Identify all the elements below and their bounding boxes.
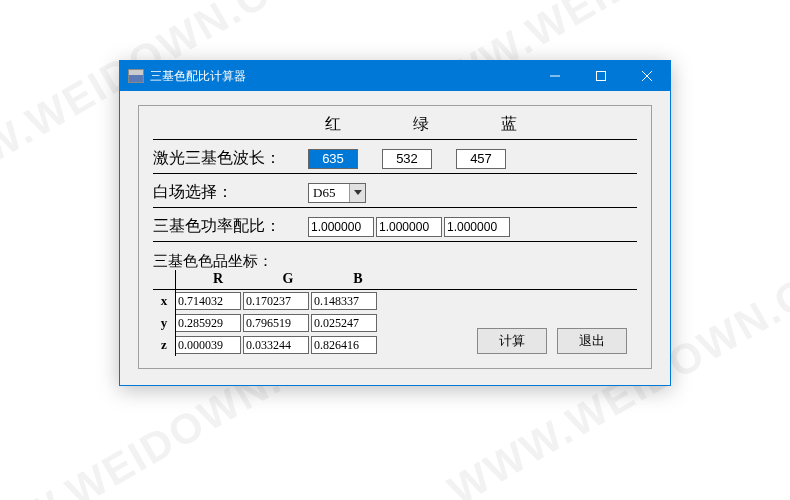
col-blue: 蓝 — [489, 114, 529, 135]
app-icon — [128, 69, 144, 83]
wavelength-green-input[interactable] — [382, 149, 432, 169]
chroma-y-B: 0.025247 — [311, 314, 377, 332]
chroma-z-G: 0.033244 — [243, 336, 309, 354]
row-label-y: y — [153, 315, 175, 331]
table-row: z 0.000039 0.033244 0.826416 — [153, 334, 637, 356]
chroma-x-R: 0.714032 — [175, 292, 241, 310]
row-label-x: x — [153, 293, 175, 309]
svg-rect-1 — [597, 72, 606, 81]
chevron-down-icon — [349, 184, 365, 202]
svg-marker-4 — [354, 190, 362, 195]
power-ratio-g[interactable] — [376, 217, 442, 237]
col-red: 红 — [313, 114, 353, 135]
minimize-button[interactable] — [532, 61, 578, 91]
titlebar[interactable]: 三基色配比计算器 — [120, 61, 670, 91]
wavelength-blue-input[interactable] — [456, 149, 506, 169]
window-title: 三基色配比计算器 — [150, 68, 532, 85]
whitepoint-row: 白场选择： D65 — [153, 180, 637, 205]
close-button[interactable] — [624, 61, 670, 91]
chroma-col-headers: R G B — [183, 271, 637, 287]
chroma-x-G: 0.170237 — [243, 292, 309, 310]
app-window: 三基色配比计算器 红 绿 蓝 激光三基色波长： — [119, 60, 671, 386]
chroma-y-R: 0.285929 — [175, 314, 241, 332]
wavelength-label: 激光三基色波长： — [153, 148, 308, 169]
chroma-col-R: R — [183, 271, 253, 287]
chroma-y-G: 0.796519 — [243, 314, 309, 332]
power-ratio-r[interactable] — [308, 217, 374, 237]
chroma-z-B: 0.826416 — [311, 336, 377, 354]
chroma-col-B: B — [323, 271, 393, 287]
wavelength-row: 激光三基色波长： — [153, 146, 637, 171]
chroma-z-R: 0.000039 — [175, 336, 241, 354]
chroma-section: 三基色色品坐标： R G B x 0.714032 0.170237 0.148… — [153, 252, 637, 356]
divider — [153, 173, 637, 174]
whitepoint-value: D65 — [309, 185, 349, 201]
maximize-button[interactable] — [578, 61, 624, 91]
whitepoint-label: 白场选择： — [153, 182, 308, 203]
chroma-col-G: G — [253, 271, 323, 287]
rgb-column-headers: 红 绿 蓝 — [313, 114, 637, 137]
main-panel: 红 绿 蓝 激光三基色波长： 白场选择： D65 — [138, 105, 652, 369]
divider — [153, 207, 637, 208]
power-ratio-label: 三基色功率配比： — [153, 216, 308, 237]
table-row: x 0.714032 0.170237 0.148337 — [153, 290, 637, 312]
whitepoint-select[interactable]: D65 — [308, 183, 366, 203]
power-ratio-row: 三基色功率配比： — [153, 214, 637, 239]
divider — [175, 270, 176, 356]
col-green: 绿 — [401, 114, 441, 135]
table-row: y 0.285929 0.796519 0.025247 — [153, 312, 637, 334]
divider — [153, 139, 637, 140]
chroma-title: 三基色色品坐标： — [153, 252, 637, 271]
chroma-x-B: 0.148337 — [311, 292, 377, 310]
wavelength-red-input[interactable] — [308, 149, 358, 169]
power-ratio-b[interactable] — [444, 217, 510, 237]
divider — [153, 241, 637, 242]
row-label-z: z — [153, 337, 175, 353]
chroma-table: x 0.714032 0.170237 0.148337 y 0.285929 … — [153, 289, 637, 356]
